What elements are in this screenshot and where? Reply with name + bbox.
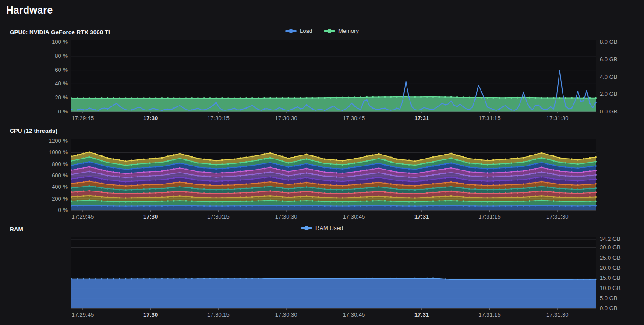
series-marker bbox=[161, 205, 163, 207]
series-marker bbox=[83, 97, 85, 99]
series-marker bbox=[251, 200, 253, 202]
series-marker bbox=[510, 184, 512, 186]
series-marker bbox=[559, 187, 560, 189]
gpu-usage-chart[interactable]: 17:29:4517:3017:30:1517:30:3017:30:4517:… bbox=[0, 39, 644, 126]
series-marker bbox=[131, 180, 133, 182]
series-marker bbox=[155, 201, 157, 202]
series-marker bbox=[547, 172, 548, 174]
series-marker bbox=[71, 173, 72, 175]
series-marker bbox=[107, 170, 109, 172]
series-marker bbox=[408, 205, 410, 207]
series-marker bbox=[336, 201, 337, 203]
series-marker bbox=[167, 200, 169, 202]
series-marker bbox=[203, 197, 205, 198]
series-marker bbox=[287, 158, 289, 159]
series-marker bbox=[517, 166, 518, 168]
series-marker bbox=[330, 172, 332, 173]
series-marker bbox=[191, 165, 193, 166]
series-marker bbox=[239, 184, 241, 185]
series-marker bbox=[137, 159, 138, 161]
series-marker bbox=[384, 164, 386, 166]
series-marker bbox=[294, 97, 295, 99]
series-marker bbox=[360, 179, 361, 180]
series-marker bbox=[589, 205, 591, 207]
series-marker bbox=[155, 166, 157, 168]
series-marker bbox=[233, 201, 235, 202]
legend-item-memory[interactable]: Memory bbox=[324, 28, 359, 34]
legend-item-load[interactable]: Load bbox=[285, 28, 312, 34]
series-marker bbox=[456, 187, 458, 188]
series-marker bbox=[101, 160, 103, 162]
series-marker bbox=[185, 182, 187, 184]
series-marker bbox=[595, 178, 597, 180]
series-marker bbox=[258, 109, 259, 110]
series-marker bbox=[88, 97, 90, 99]
series-marker bbox=[221, 167, 223, 169]
cpu-threads-chart[interactable]: 17:29:4517:3017:30:1517:30:3017:30:4517:… bbox=[0, 138, 644, 223]
legend-item-ram-used[interactable]: RAM Used bbox=[301, 225, 343, 231]
series-marker bbox=[468, 175, 470, 177]
series-marker bbox=[71, 278, 72, 280]
series-marker bbox=[276, 187, 277, 188]
series-marker bbox=[510, 97, 512, 99]
axis-tick-label: 0 % bbox=[58, 108, 68, 115]
series-marker bbox=[173, 182, 175, 184]
series-marker bbox=[583, 175, 584, 177]
series-marker bbox=[306, 172, 308, 174]
series-marker bbox=[143, 184, 145, 186]
series-marker bbox=[240, 109, 241, 110]
series-marker bbox=[143, 192, 145, 194]
series-marker bbox=[553, 279, 555, 280]
series-marker bbox=[366, 169, 368, 171]
series-marker bbox=[462, 170, 464, 171]
series-marker bbox=[215, 278, 217, 280]
series-marker bbox=[197, 278, 199, 280]
series-marker bbox=[294, 278, 295, 279]
series-marker bbox=[239, 157, 241, 159]
series-marker bbox=[426, 196, 428, 198]
series-marker bbox=[221, 193, 223, 194]
series-marker bbox=[462, 205, 464, 207]
series-marker bbox=[294, 156, 295, 158]
series-marker bbox=[287, 188, 289, 190]
series-marker bbox=[541, 200, 542, 201]
axis-tick-label: 4.0 GB bbox=[600, 74, 617, 80]
series-marker bbox=[83, 153, 85, 155]
series-marker bbox=[239, 196, 241, 198]
series-marker bbox=[492, 97, 494, 99]
series-marker bbox=[432, 196, 434, 198]
series-marker bbox=[227, 205, 229, 207]
series-marker bbox=[517, 188, 518, 190]
series-marker bbox=[348, 184, 350, 186]
series-marker bbox=[318, 161, 319, 163]
series-marker bbox=[89, 107, 90, 109]
series-marker bbox=[474, 188, 476, 190]
ram-usage-chart[interactable]: 17:29:4517:3017:30:1517:30:3017:30:4517:… bbox=[0, 236, 644, 321]
series-marker bbox=[161, 201, 163, 202]
series-marker bbox=[191, 183, 193, 185]
series-marker bbox=[487, 106, 488, 107]
series-marker bbox=[221, 189, 223, 191]
series-marker bbox=[595, 187, 597, 189]
axis-tick-label: 17:31:30 bbox=[546, 311, 569, 318]
series-marker bbox=[510, 171, 512, 173]
series-marker bbox=[481, 91, 482, 92]
series-marker bbox=[161, 179, 163, 180]
series-marker bbox=[245, 201, 247, 202]
series-marker bbox=[294, 178, 295, 180]
series-marker bbox=[300, 173, 301, 175]
series-marker bbox=[474, 175, 476, 177]
series-marker bbox=[300, 169, 301, 170]
series-marker bbox=[330, 205, 332, 207]
series-marker bbox=[336, 163, 337, 165]
series-marker bbox=[414, 205, 416, 207]
series-marker bbox=[149, 175, 151, 177]
series-marker bbox=[414, 278, 416, 279]
series-marker bbox=[595, 165, 597, 167]
series-marker bbox=[481, 197, 482, 198]
series-marker bbox=[209, 159, 211, 161]
series-marker bbox=[426, 108, 428, 109]
series-marker bbox=[233, 180, 235, 181]
series-marker bbox=[149, 205, 151, 207]
series-marker bbox=[486, 168, 488, 170]
